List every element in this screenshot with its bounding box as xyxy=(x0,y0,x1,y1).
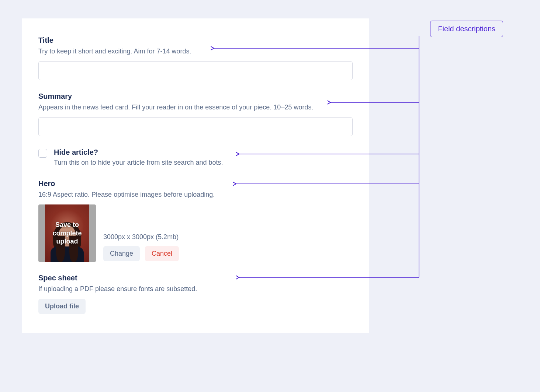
summary-label: Summary xyxy=(38,92,353,101)
hero-desc: 16:9 Aspect ratio. Please optimise image… xyxy=(38,190,353,199)
hide-checkbox[interactable] xyxy=(38,149,47,158)
hero-label: Hero xyxy=(38,179,353,188)
cancel-button[interactable]: Cancel xyxy=(145,246,179,261)
upload-file-button[interactable]: Upload file xyxy=(38,299,86,314)
hide-label: Hide article? xyxy=(54,148,223,157)
hero-thumbnail-overlay: Save to complete upload xyxy=(38,204,96,262)
hero-thumbnail: Save to complete upload xyxy=(38,204,96,262)
hide-field-group: Hide article? Turn this on to hide your … xyxy=(38,148,353,167)
spec-field-group: Spec sheet If uploading a PDF please ens… xyxy=(38,274,353,314)
change-button[interactable]: Change xyxy=(103,246,140,261)
title-desc: Try to keep it short and exciting. Aim f… xyxy=(38,47,353,56)
field-descriptions-callout: Field descriptions xyxy=(430,21,503,37)
title-field-group: Title Try to keep it short and exciting.… xyxy=(38,36,353,80)
spec-label: Spec sheet xyxy=(38,274,353,282)
title-label: Title xyxy=(38,36,353,45)
form-card: Title Try to keep it short and exciting.… xyxy=(22,18,369,333)
summary-input[interactable] xyxy=(38,117,353,136)
summary-field-group: Summary Appears in the news feed card. F… xyxy=(38,92,353,136)
hero-field-group: Hero 16:9 Aspect ratio. Please optimise … xyxy=(38,179,353,262)
hide-desc: Turn this on to hide your article from s… xyxy=(54,158,223,167)
summary-desc: Appears in the news feed card. Fill your… xyxy=(38,103,353,112)
spec-desc: If uploading a PDF please ensure fonts a… xyxy=(38,284,353,294)
title-input[interactable] xyxy=(38,61,353,80)
hero-dimensions: 3000px x 3000px (5.2mb) xyxy=(103,233,179,241)
